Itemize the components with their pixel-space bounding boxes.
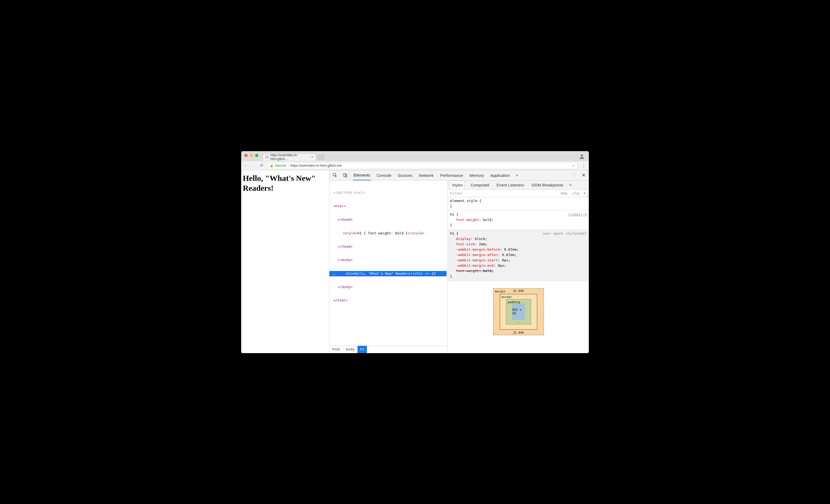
box-border-right: -: [534, 310, 536, 314]
box-border-left: -: [501, 310, 503, 314]
box-content[interactable]: 352 × 74: [512, 304, 525, 320]
tab-styles[interactable]: Styles: [450, 181, 465, 189]
box-border-bottom: -: [517, 325, 519, 329]
devtools-body: <!DOCTYPE html> <html> <head> <style>h1 …: [329, 181, 589, 353]
favicon-icon: 🗎: [265, 155, 269, 159]
devtools-tabs: Elements Console Sources Network Perform…: [353, 170, 518, 180]
box-border-label: border: [502, 295, 512, 299]
new-tab-button[interactable]: [318, 155, 324, 160]
rule-h1-author[interactable]: (index):4 h1 { font-weight: bold; }: [448, 211, 589, 230]
crumb-html[interactable]: html: [329, 346, 343, 353]
tab-sources[interactable]: Sources: [397, 171, 413, 180]
style-rules[interactable]: element.style { } (index):4 h1 { font-we…: [448, 197, 589, 353]
devtools-close-icon[interactable]: ✕: [582, 172, 585, 178]
rule-source-label: user agent stylesheet: [543, 231, 587, 236]
lock-icon: 🔒: [269, 164, 274, 167]
dom-breadcrumb: html body h1: [329, 346, 448, 353]
tab-network[interactable]: Network: [418, 171, 434, 180]
box-border[interactable]: border - - - - padding - -: [500, 294, 537, 329]
tab-console[interactable]: Console: [376, 171, 392, 180]
tab-dom-breakpoints[interactable]: DOM Breakpoints: [530, 181, 565, 189]
rendered-page: Hello, "What's New" Readers!: [241, 170, 329, 353]
page-heading: Hello, "What's New" Readers!: [243, 173, 327, 193]
content-area: Hello, "What's New" Readers! Elements Co…: [241, 170, 589, 353]
expand-icon[interactable]: [338, 218, 340, 221]
tab-performance[interactable]: Performance: [440, 171, 464, 180]
rule-source-link[interactable]: (index):4: [568, 212, 587, 217]
address-bar: ← → ⟳ 🔒 Secure | https://overrides-in-ht…: [241, 161, 589, 170]
crumb-body[interactable]: body: [343, 346, 357, 353]
browser-window: 🗎 https://overrides-in-html.glitch… × ← …: [241, 151, 589, 353]
dom-head-close[interactable]: </head>: [338, 245, 353, 249]
hov-toggle[interactable]: :hov: [559, 191, 567, 195]
box-padding-bottom: -: [517, 320, 519, 324]
tabs-overflow-icon[interactable]: »: [516, 173, 518, 178]
profile-icon[interactable]: [579, 153, 585, 160]
tab-elements[interactable]: Elements: [353, 170, 371, 180]
box-margin[interactable]: margin 21.440 21.440 - - border - -: [493, 288, 544, 335]
rule-h1-user-agent[interactable]: user agent stylesheet h1 { display: bloc…: [448, 230, 589, 281]
styles-tabs: Styles Computed Event Listeners DOM Brea…: [448, 181, 589, 190]
box-border-top: -: [517, 295, 519, 298]
styles-filter-bar: Filter :hov .cls ＋: [448, 190, 589, 197]
dollar-zero-label: == $0: [425, 272, 435, 276]
bookmark-star-icon[interactable]: ☆: [572, 163, 575, 168]
svg-point-0: [581, 154, 583, 157]
device-toggle-icon[interactable]: [343, 173, 348, 178]
box-margin-bottom: 21.440: [513, 331, 524, 335]
crumb-h1[interactable]: h1: [357, 346, 368, 353]
dom-html-open[interactable]: <html>: [333, 204, 346, 208]
minimize-window-icon[interactable]: [250, 154, 253, 157]
tab-event-listeners[interactable]: Event Listeners: [495, 181, 526, 189]
resize-corner-icon[interactable]: [587, 195, 588, 197]
svg-rect-2: [343, 174, 346, 177]
tab-strip: 🗎 https://overrides-in-html.glitch… ×: [241, 151, 589, 161]
devtools-toolbar: Elements Console Sources Network Perform…: [329, 170, 589, 181]
dom-body-open[interactable]: <body>: [340, 258, 353, 262]
dom-style-line[interactable]: <style>h1 { font-weight: bold }</style>: [333, 230, 447, 236]
filter-input[interactable]: Filter: [450, 191, 556, 195]
secure-label: Secure: [275, 163, 286, 167]
tab-computed[interactable]: Computed: [469, 181, 491, 189]
dom-head-open[interactable]: <head>: [340, 218, 353, 221]
browser-tab[interactable]: 🗎 https://overrides-in-html.glitch… ×: [263, 153, 316, 161]
new-rule-icon[interactable]: ＋: [582, 190, 587, 196]
cls-toggle[interactable]: .cls: [571, 191, 579, 195]
dom-html-close[interactable]: </html>: [333, 298, 348, 302]
dom-panel: <!DOCTYPE html> <html> <head> <style>h1 …: [329, 181, 448, 353]
tab-title: https://overrides-in-html.glitch…: [270, 153, 308, 161]
box-padding[interactable]: padding - - 352 × 74: [506, 299, 531, 324]
inspect-element-icon[interactable]: [333, 173, 338, 178]
box-margin-top: 21.440: [513, 289, 524, 293]
box-content-size: 352 × 74: [512, 308, 525, 315]
box-model: margin 21.440 21.440 - - border - -: [448, 281, 589, 342]
dom-tree[interactable]: <!DOCTYPE html> <html> <head> <style>h1 …: [329, 181, 448, 346]
dom-selected-line[interactable]: … <h1>Hello, "What's New" Readers!</h1> …: [329, 271, 447, 276]
box-margin-left: -: [495, 310, 497, 314]
separator-icon: |: [288, 163, 289, 167]
omnibox[interactable]: 🔒 Secure | https://overrides-in-html.gli…: [267, 162, 578, 169]
tab-memory[interactable]: Memory: [469, 171, 484, 180]
close-window-icon[interactable]: [245, 154, 248, 157]
devtools: Elements Console Sources Network Perform…: [329, 170, 589, 353]
svg-rect-3: [345, 175, 347, 177]
fullscreen-window-icon[interactable]: [255, 154, 258, 157]
url-text: https://overrides-in-html.glitch.me: [290, 163, 342, 167]
box-margin-label: margin: [495, 290, 506, 293]
rule-element-style[interactable]: element.style { }: [448, 197, 589, 211]
reload-button[interactable]: ⟳: [260, 163, 263, 168]
tab-application[interactable]: Application: [490, 171, 510, 180]
dom-doctype: <!DOCTYPE html>: [333, 191, 364, 195]
back-button[interactable]: ←: [244, 163, 248, 168]
styles-tabs-overflow-icon[interactable]: »: [569, 183, 572, 187]
dom-body-close[interactable]: </body>: [338, 285, 353, 289]
box-margin-right: -: [540, 310, 542, 314]
forward-button[interactable]: →: [252, 163, 256, 168]
expand-icon[interactable]: [338, 258, 340, 262]
tab-close-icon[interactable]: ×: [311, 155, 313, 159]
window-controls: [245, 154, 258, 157]
styles-panel: Styles Computed Event Listeners DOM Brea…: [448, 181, 589, 353]
